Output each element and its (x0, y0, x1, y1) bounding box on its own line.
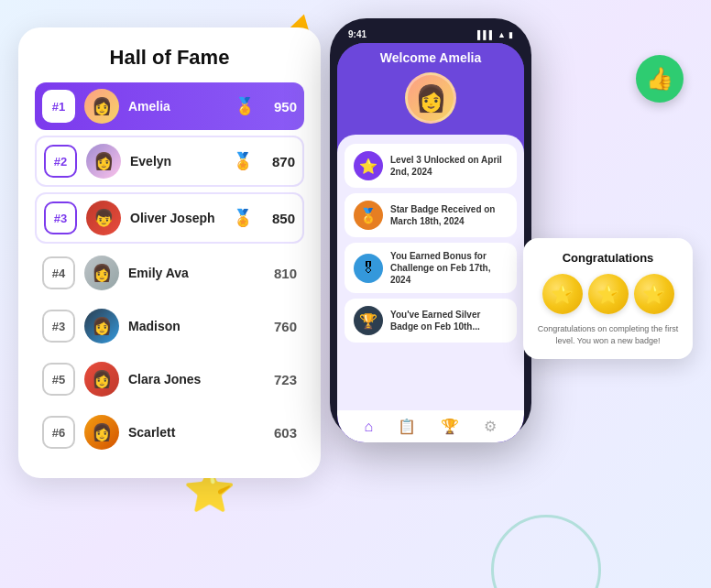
nav-home-icon[interactable]: ⌂ (365, 419, 374, 435)
avatar-amelia: 👩 (84, 89, 119, 124)
rank-badge-1: #1 (42, 90, 75, 123)
activity-item-3[interactable]: 🎖 You Earned Bonus for Challenge on Feb … (345, 243, 517, 293)
hof-score-2: 870 (262, 154, 295, 169)
hall-of-fame-title: Hall of Fame (35, 46, 304, 70)
thumbs-up-badge: 👍 (636, 55, 684, 103)
nav-trophy-icon[interactable]: 🏆 (441, 418, 459, 435)
phone-screen: Welcome Amelia 👩 ⭐ Level 3 Unlocked on A… (337, 43, 524, 442)
phone-activity-feed: ⭐ Level 3 Unlocked on April 2nd, 2024 🏅 … (337, 135, 524, 410)
rank-badge-3: #3 (44, 201, 77, 234)
activity-icon-4: 🏆 (354, 306, 383, 335)
hof-row-7[interactable]: #6 👩 Scarlett 603 (35, 408, 304, 456)
hof-name-1: Amelia (128, 99, 225, 114)
hof-name-7: Scarlett (128, 425, 255, 440)
battery-icon: ▮ (509, 30, 513, 39)
activity-icon-1: ⭐ (354, 151, 383, 180)
medal-2: 🏅 (233, 151, 253, 171)
activity-icon-2: 🏅 (354, 201, 383, 230)
hof-name-3: Oliver Joseph (130, 211, 224, 225)
medal-3: 🏅 (233, 208, 253, 228)
activity-text-1: Level 3 Unlocked on April 2nd, 2024 (390, 154, 508, 178)
hall-of-fame-card: Hall of Fame #1 👩 Amelia 🏅 950 #2 👩 Evel… (18, 27, 321, 478)
medal-1: 🏅 (235, 96, 255, 116)
star-coin-1: ⭐ (542, 274, 583, 314)
thumbs-up-icon: 👍 (646, 66, 673, 92)
congrats-stars-row: ⭐ ⭐ ⭐ (536, 274, 680, 314)
phone-time: 9:41 (348, 29, 366, 39)
activity-icon-3: 🎖 (354, 254, 383, 283)
phone-status-icons: ▌▌▌ ▲ ▮ (477, 30, 513, 39)
hof-name-5: Madison (128, 319, 255, 333)
hof-row-5[interactable]: #3 👩 Madison 760 (35, 302, 304, 350)
avatar-emily: 👩 (84, 256, 119, 290)
hof-row-1[interactable]: #1 👩 Amelia 🏅 950 (35, 82, 304, 130)
hof-score-3: 850 (262, 211, 295, 226)
wifi-icon: ▲ (498, 30, 506, 39)
congrats-title: Congratulations (536, 251, 680, 265)
phone-nav-bar: ⌂ 📋 🏆 ⚙ (337, 410, 524, 442)
activity-text-3: You Earned Bonus for Challenge on Feb 17… (390, 250, 508, 286)
activity-item-1[interactable]: ⭐ Level 3 Unlocked on April 2nd, 2024 (345, 144, 517, 188)
activity-item-4[interactable]: 🏆 You've Earned Silver Badge on Feb 10th… (345, 299, 517, 343)
hof-name-2: Evelyn (130, 154, 224, 169)
hof-row-2[interactable]: #2 👩 Evelyn 🏅 870 (35, 136, 304, 187)
signal-icon: ▌▌▌ (477, 30, 495, 39)
congrats-description: Congratulations on completing the first … (536, 323, 680, 346)
avatar-clara: 👩 (84, 362, 119, 397)
rank-badge-2: #2 (44, 145, 77, 178)
hof-score-5: 760 (264, 319, 297, 334)
avatar-scarlett: 👩 (84, 415, 119, 450)
hof-row-4[interactable]: #4 👩 Emily Ava 810 (35, 249, 304, 297)
phone-mockup: 9:41 ▌▌▌ ▲ ▮ Welcome Amelia 👩 ⭐ Level 3 … (330, 18, 531, 440)
phone-header: Welcome Amelia 👩 (337, 43, 524, 135)
nav-settings-icon[interactable]: ⚙ (484, 418, 497, 435)
activity-text-2: Star Badge Received on March 18th, 2024 (390, 203, 508, 227)
star-coin-3: ⭐ (634, 274, 674, 314)
avatar-oliver: 👦 (86, 201, 121, 235)
nav-leaderboard-icon[interactable]: 📋 (398, 418, 416, 435)
activity-item-2[interactable]: 🏅 Star Badge Received on March 18th, 202… (345, 193, 517, 237)
activity-text-4: You've Earned Silver Badge on Feb 10th..… (390, 309, 508, 332)
rank-badge-6: #5 (42, 363, 75, 396)
hof-score-6: 723 (264, 372, 297, 387)
star-coin-2: ⭐ (588, 274, 629, 314)
phone-status-bar: 9:41 ▌▌▌ ▲ ▮ (337, 29, 524, 39)
bg-circle-decoration (491, 515, 601, 588)
hof-row-6[interactable]: #5 👩 Clara Jones 723 (35, 355, 304, 403)
avatar-madison: 👩 (84, 309, 119, 343)
rank-badge-5: #3 (42, 310, 75, 343)
phone-user-avatar: 👩 (405, 72, 456, 124)
avatar-evelyn: 👩 (86, 144, 121, 179)
hof-row-3[interactable]: #3 👦 Oliver Joseph 🏅 850 (35, 192, 304, 244)
hof-score-1: 950 (264, 99, 297, 114)
hof-score-7: 603 (264, 425, 297, 441)
hof-name-6: Clara Jones (128, 372, 255, 387)
rank-badge-7: #6 (42, 416, 75, 449)
phone-welcome-text: Welcome Amelia (380, 50, 482, 65)
congratulations-card: Congratulations ⭐ ⭐ ⭐ Congratulations on… (523, 238, 693, 359)
hof-score-4: 810 (264, 266, 297, 281)
rank-badge-4: #4 (42, 256, 75, 289)
hof-name-4: Emily Ava (128, 266, 255, 280)
